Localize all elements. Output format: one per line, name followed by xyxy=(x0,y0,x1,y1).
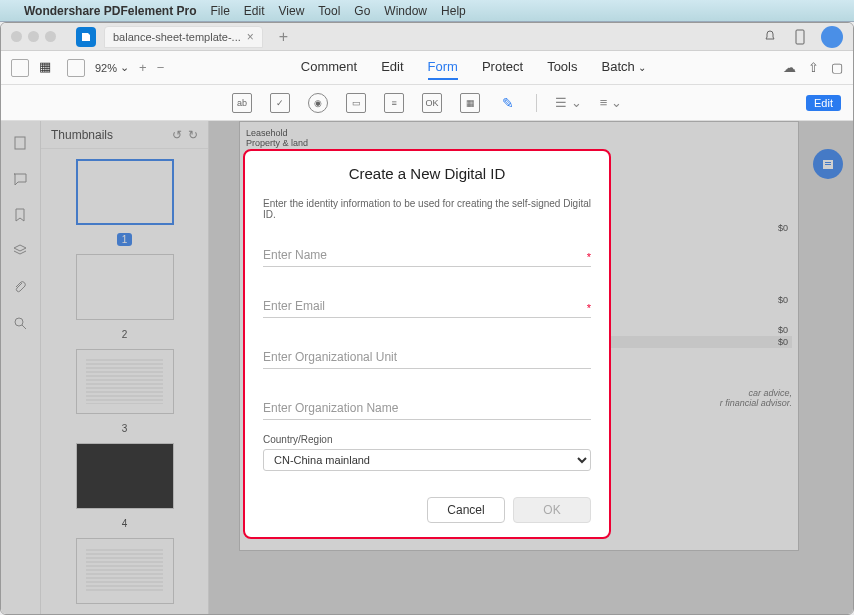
svg-point-2 xyxy=(15,318,23,326)
create-digital-id-modal: Create a New Digital ID Enter the identi… xyxy=(243,149,611,539)
country-select[interactable]: CN-China mainland xyxy=(263,449,591,471)
user-avatar[interactable] xyxy=(821,26,843,48)
menu-tool[interactable]: Tool xyxy=(318,4,340,18)
page-number: 1 xyxy=(117,233,133,246)
tab-batch[interactable]: Batch ⌄ xyxy=(602,55,647,80)
tab-form[interactable]: Form xyxy=(428,55,458,80)
rotate-right-icon[interactable]: ↻ xyxy=(188,128,198,142)
menu-edit[interactable]: Edit xyxy=(244,4,265,18)
page-number: 2 xyxy=(117,328,133,341)
view-controls: ▦ 92% ⌄ + − xyxy=(11,59,164,77)
doc-cell: $0 xyxy=(610,336,792,348)
listbox-tool-icon[interactable]: ≡ xyxy=(384,93,404,113)
app-logo-icon xyxy=(76,27,96,47)
tab-protect[interactable]: Protect xyxy=(482,55,523,80)
chevron-down-icon: ⌄ xyxy=(638,62,646,73)
rotate-left-icon[interactable]: ↺ xyxy=(172,128,182,142)
tab-tools[interactable]: Tools xyxy=(547,55,577,80)
thumbnail-page-3[interactable] xyxy=(76,349,174,415)
thumbnail-page-4[interactable] xyxy=(76,443,174,509)
close-window-button[interactable] xyxy=(11,31,22,42)
minimize-window-button[interactable] xyxy=(28,31,39,42)
main-tabs: Comment Edit Form Protect Tools Batch ⌄ xyxy=(164,55,783,80)
main-toolbar: ▦ 92% ⌄ + − Comment Edit Form Protect To… xyxy=(1,51,853,85)
menu-window[interactable]: Window xyxy=(384,4,427,18)
thumbnail-page-1[interactable] xyxy=(76,159,174,225)
required-icon: * xyxy=(587,251,591,263)
tab-edit[interactable]: Edit xyxy=(381,55,403,80)
bookmarks-icon[interactable] xyxy=(12,207,30,225)
modal-description: Enter the identity information to be use… xyxy=(263,198,591,220)
required-icon: * xyxy=(587,302,591,314)
zoom-in-button[interactable]: + xyxy=(139,60,147,75)
attachments-icon[interactable] xyxy=(12,279,30,297)
app-name[interactable]: Wondershare PDFelement Pro xyxy=(24,4,197,18)
ok-button[interactable]: OK xyxy=(513,497,591,523)
title-bar-right xyxy=(761,26,843,48)
distribute-tool-icon[interactable]: ≡ ⌄ xyxy=(600,95,622,110)
modal-title: Create a New Digital ID xyxy=(263,165,591,182)
zoom-control[interactable]: 92% ⌄ xyxy=(95,61,129,74)
edit-button[interactable]: Edit xyxy=(806,95,841,111)
view-thumb-icon[interactable] xyxy=(67,59,85,77)
menu-bar: Wondershare PDFelement Pro File Edit Vie… xyxy=(0,0,854,22)
document-tab[interactable]: balance-sheet-template-... × xyxy=(104,26,263,48)
zoom-out-button[interactable]: − xyxy=(157,60,165,75)
bell-icon[interactable] xyxy=(761,28,779,46)
panel-icon[interactable]: ▢ xyxy=(831,60,843,75)
page-number: 4 xyxy=(117,517,133,530)
form-tools-bar: ab ✓ ◉ ▭ ≡ OK ▦ ✎ ☰ ⌄ ≡ ⌄ Edit xyxy=(1,85,853,121)
doc-cell: $0 xyxy=(610,294,792,306)
align-tool-icon[interactable]: ☰ ⌄ xyxy=(555,95,582,110)
svg-rect-0 xyxy=(796,30,804,44)
org-name-input[interactable] xyxy=(263,397,591,420)
main-area: Thumbnails ↺ ↻ 1 2 3 4 Leasehold xyxy=(1,121,853,614)
title-bar: balance-sheet-template-... × + xyxy=(1,23,853,51)
combobox-tool-icon[interactable]: ▭ xyxy=(346,93,366,113)
close-tab-icon[interactable]: × xyxy=(247,30,254,44)
tab-comment[interactable]: Comment xyxy=(301,55,357,80)
signature-tool-icon[interactable]: ✎ xyxy=(498,93,518,113)
thumbnails-icon[interactable] xyxy=(12,135,30,153)
mobile-icon[interactable] xyxy=(791,28,809,46)
doc-text: Property & land xyxy=(246,138,792,148)
thumbnail-page-2[interactable] xyxy=(76,254,174,320)
left-sidebar xyxy=(1,121,41,614)
thumbnails-list: 1 2 3 4 xyxy=(41,149,208,614)
app-window: balance-sheet-template-... × + ▦ 92% ⌄ +… xyxy=(0,22,854,615)
search-icon[interactable] xyxy=(12,315,30,333)
page-number: 3 xyxy=(117,422,133,435)
cancel-button[interactable]: Cancel xyxy=(427,497,505,523)
radio-tool-icon[interactable]: ◉ xyxy=(308,93,328,113)
menu-go[interactable]: Go xyxy=(354,4,370,18)
thumbnails-title: Thumbnails xyxy=(51,128,113,142)
textfield-tool-icon[interactable]: ab xyxy=(232,93,252,113)
divider xyxy=(536,94,537,112)
toolbar-right: ☁ ⇧ ▢ xyxy=(783,60,843,75)
floating-action-button[interactable] xyxy=(813,149,843,179)
date-tool-icon[interactable]: ▦ xyxy=(460,93,480,113)
tab-strip: balance-sheet-template-... × + xyxy=(76,26,761,48)
svg-rect-4 xyxy=(825,162,831,163)
comments-icon[interactable] xyxy=(12,171,30,189)
thumbnail-page-5[interactable] xyxy=(76,538,174,604)
new-tab-button[interactable]: + xyxy=(279,28,288,46)
menu-help[interactable]: Help xyxy=(441,4,466,18)
maximize-window-button[interactable] xyxy=(45,31,56,42)
button-tool-icon[interactable]: OK xyxy=(422,93,442,113)
chevron-down-icon: ⌄ xyxy=(120,61,129,74)
document-tab-title: balance-sheet-template-... xyxy=(113,31,241,43)
view-grid-icon[interactable]: ▦ xyxy=(39,59,57,77)
thumbnails-header: Thumbnails ↺ ↻ xyxy=(41,121,208,149)
share-icon[interactable]: ⇧ xyxy=(808,60,819,75)
name-input[interactable] xyxy=(263,244,591,267)
layers-icon[interactable] xyxy=(12,243,30,261)
menu-file[interactable]: File xyxy=(211,4,230,18)
view-single-icon[interactable] xyxy=(11,59,29,77)
traffic-lights xyxy=(11,31,56,42)
org-unit-input[interactable] xyxy=(263,346,591,369)
checkbox-tool-icon[interactable]: ✓ xyxy=(270,93,290,113)
cloud-icon[interactable]: ☁ xyxy=(783,60,796,75)
email-input[interactable] xyxy=(263,295,591,318)
menu-view[interactable]: View xyxy=(279,4,305,18)
